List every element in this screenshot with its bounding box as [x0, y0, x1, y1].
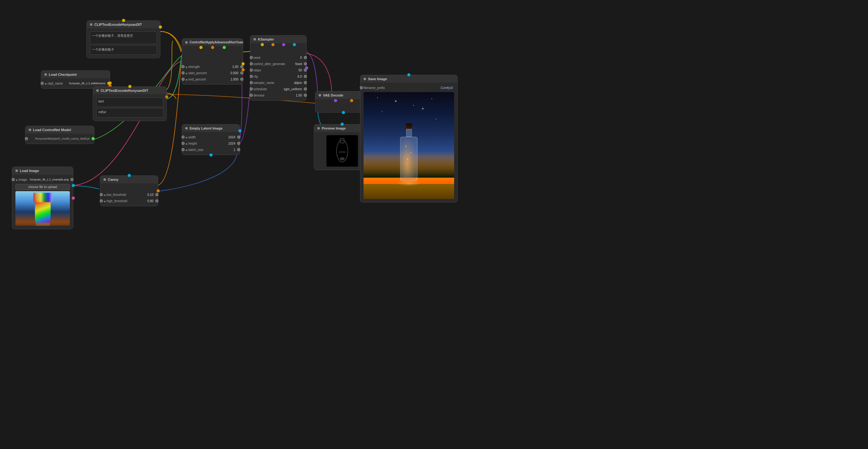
- sampler-name-value[interactable]: ddpm: [294, 81, 302, 85]
- port-ks-denoise-left[interactable]: [250, 94, 253, 97]
- controlnet-path-value[interactable]: /hunyuan/dit/joytech_model_canny_distill…: [29, 137, 90, 140]
- port-ks-sampler-right[interactable]: [304, 81, 307, 84]
- node-dot: [318, 94, 321, 97]
- port-pi-image-in[interactable]: [341, 123, 344, 126]
- port-canny-low-right[interactable]: [155, 193, 158, 196]
- filename-prefix-value[interactable]: ComfyUI: [441, 86, 453, 90]
- batch-value[interactable]: 1: [234, 148, 235, 152]
- port-cn-start-right[interactable]: [240, 71, 243, 74]
- port-ks-negative[interactable]: [282, 43, 285, 46]
- low-threshold-value[interactable]: 0.10: [148, 193, 153, 196]
- port-cn-negative[interactable]: [211, 46, 214, 49]
- port-li-mask-out[interactable]: [72, 196, 75, 200]
- port-ks-scheduler-right[interactable]: [304, 88, 307, 91]
- scheduler-value[interactable]: sgm_uniform: [284, 88, 302, 91]
- port-ks-model[interactable]: [261, 43, 264, 46]
- controlnet-apply-title: ControlNetApplyAdvancedHunYuan: [190, 40, 243, 44]
- port-ks-seed-left[interactable]: [250, 56, 253, 59]
- port-canny-low-left[interactable]: [100, 193, 103, 196]
- ckpt-name-value[interactable]: hunyuan_dit_1.2.safetensors: [69, 82, 105, 85]
- port-ks-steps-left[interactable]: [250, 68, 253, 72]
- clip-text-bottom-bert[interactable]: bert: [96, 97, 163, 107]
- port-canny-image-in[interactable]: [128, 174, 131, 177]
- port-el-width-right[interactable]: [237, 135, 240, 139]
- filename-prefix-row: filename_prefix ComfyUI: [362, 85, 456, 91]
- port-canny-out[interactable]: [157, 189, 160, 192]
- image-label: image: [16, 178, 30, 182]
- port-canny-high-left[interactable]: [100, 199, 103, 202]
- high-threshold-value[interactable]: 0.80: [148, 199, 153, 203]
- port-vd-samples[interactable]: [334, 99, 337, 102]
- height-value[interactable]: 1024: [228, 142, 235, 145]
- port-el-height-right[interactable]: [237, 142, 240, 145]
- choose-file-button[interactable]: choose file to upload: [16, 184, 70, 190]
- port-el-width-left[interactable]: [182, 135, 185, 139]
- port-ks-scheduler-left[interactable]: [250, 88, 253, 91]
- port-li-left[interactable]: [12, 178, 15, 181]
- load-image-header: Load Image: [12, 167, 73, 174]
- port-cn-start-left[interactable]: [182, 71, 185, 74]
- strength-value[interactable]: 1.00: [232, 65, 238, 68]
- port-cn-positive[interactable]: [199, 46, 203, 49]
- port-controlnet-right[interactable]: [92, 137, 95, 140]
- port-clip-top-output[interactable]: [122, 19, 125, 22]
- port-cn-hint-left[interactable]: [182, 65, 185, 68]
- seed-value[interactable]: 0: [300, 56, 302, 59]
- canny-body: low_threshold 0.10 high_threshold 0.80: [100, 183, 158, 206]
- load-image-title: Load Image: [20, 169, 39, 172]
- image-value[interactable]: hunyuan_dit_1.2_example.png: [30, 178, 68, 181]
- port-el-latent-out[interactable]: [238, 129, 242, 132]
- port-clip-bottom-right[interactable]: [165, 95, 168, 98]
- port-ks-denoise-right[interactable]: [304, 94, 307, 97]
- port-ks-sampler-left[interactable]: [250, 81, 253, 84]
- port-ckpt-left[interactable]: [40, 82, 44, 85]
- port-cn-end-right[interactable]: [240, 78, 243, 81]
- clip-text-bottom-mt5xl[interactable]: mt5xl: [96, 108, 163, 118]
- port-si-image-in[interactable]: [407, 73, 410, 76]
- port-li-right[interactable]: [70, 178, 73, 181]
- width-value[interactable]: 1024: [228, 135, 235, 139]
- port-ks-positive[interactable]: [271, 43, 275, 46]
- port-ks-control-right[interactable]: [304, 62, 307, 65]
- low-threshold-row: low_threshold 0.10: [101, 191, 157, 198]
- width-label: width: [185, 135, 228, 139]
- steps-value[interactable]: 50: [299, 68, 302, 72]
- ksampler-header: KSampler: [250, 35, 306, 43]
- cfg-value[interactable]: 6.0: [298, 75, 302, 78]
- port-ks-control-left[interactable]: [250, 62, 253, 65]
- port-cn-end-left[interactable]: [182, 78, 185, 81]
- control-after-value[interactable]: fixed: [295, 62, 302, 66]
- port-clip-bottom-top[interactable]: [128, 85, 131, 88]
- port-cn-out-positive[interactable]: [242, 62, 245, 65]
- port-ks-latent[interactable]: [293, 43, 296, 46]
- port-ks-cfg-right[interactable]: [304, 75, 307, 78]
- high-threshold-label: high_threshold: [103, 199, 148, 203]
- port-cn-out-negative[interactable]: [242, 68, 245, 71]
- port-ks-seed-right[interactable]: [304, 56, 307, 59]
- port-cn-model[interactable]: [223, 46, 226, 49]
- save-image-body: filename_prefix ComfyUI: [361, 83, 457, 202]
- port-el-height-left[interactable]: [182, 142, 185, 145]
- node-dot: [364, 78, 366, 80]
- port-clip-top-right[interactable]: [159, 26, 162, 29]
- end-percent-value[interactable]: 1.000: [230, 78, 238, 81]
- clip-text-top-text2[interactable]: 一个好看的瓶子: [90, 45, 157, 55]
- port-si-left[interactable]: [360, 86, 363, 89]
- port-cn-strength-right[interactable]: [240, 65, 243, 68]
- port-el-bottom[interactable]: [210, 154, 213, 157]
- node-dot: [29, 129, 31, 131]
- port-li-image-out[interactable]: [72, 184, 75, 187]
- denoise-value[interactable]: 1.00: [296, 94, 302, 97]
- port-vd-bottom[interactable]: [342, 111, 345, 114]
- port-el-batch-left[interactable]: [182, 148, 185, 151]
- empty-latent-node: Empty Latent Image width 1024 height 102…: [182, 124, 240, 155]
- port-ks-latent-out[interactable]: [305, 66, 308, 69]
- controlnet-apply-header: ControlNetApplyAdvancedHunYuan: [182, 39, 243, 46]
- port-vd-vae[interactable]: [350, 99, 353, 102]
- port-controlnet-left[interactable]: [25, 137, 28, 140]
- clip-text-top-text1[interactable]: 一个好看的瓶子，背景是星空: [90, 31, 157, 44]
- port-ks-cfg-left[interactable]: [250, 75, 253, 78]
- port-el-batch-right[interactable]: [237, 148, 240, 151]
- port-canny-high-right[interactable]: [155, 199, 158, 202]
- start-percent-value[interactable]: 0.000: [230, 71, 238, 75]
